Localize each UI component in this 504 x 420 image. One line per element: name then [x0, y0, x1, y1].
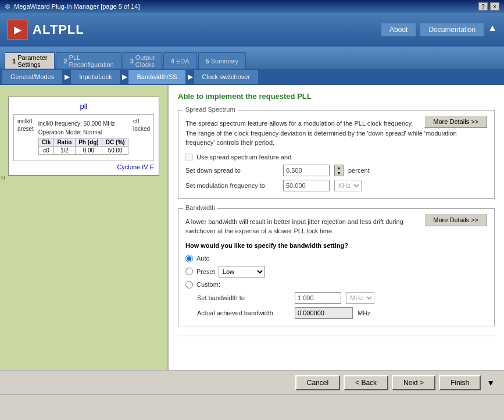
right-panel: Able to implement the requested PLL Spre…: [169, 85, 504, 370]
spread-spectrum-section: Spread Spectrum More Details >> The spre…: [178, 110, 495, 199]
radio-custom[interactable]: [185, 281, 193, 289]
radio-preset-row: Preset Low Medium High: [185, 266, 487, 277]
scale-marks: H: [0, 172, 10, 219]
radio-auto[interactable]: [185, 255, 193, 262]
mod-freq-row: Set modulation frequency to KHz: [185, 180, 487, 191]
spin-up-icon[interactable]: ▲: [335, 165, 343, 170]
tab-output-clocks[interactable]: 3OutputClocks: [123, 52, 162, 69]
bandwidth-unit-select[interactable]: MHz: [346, 292, 374, 304]
pll-right-ports: c0 locked: [133, 118, 150, 132]
next-button[interactable]: Next >: [392, 375, 435, 390]
tab-eda[interactable]: 4EDA: [163, 52, 197, 69]
breadcrumb-general/modes[interactable]: General/Modes: [2, 70, 62, 84]
spread-spectrum-checkbox-label: Use spread spectrum feature and: [196, 154, 291, 161]
left-panel: pll inclk0 areset inclk0 frequency: 50.0…: [0, 85, 169, 370]
about-button[interactable]: About: [381, 23, 416, 37]
inclk0-label: inclk0: [17, 118, 34, 124]
pll-table: Clk Ratio Ph (dg) DC (%) c0 1/2 0.00 50.…: [38, 138, 128, 155]
radio-auto-label: Auto: [196, 255, 210, 262]
breadcrumb-arrow: ▶: [188, 73, 193, 81]
down-spread-spinner[interactable]: ▲ ▼: [334, 165, 344, 176]
down-spread-label: Set down spread to: [185, 167, 278, 174]
help-button[interactable]: ?: [478, 2, 488, 10]
c0-label: c0: [133, 118, 150, 124]
close-button[interactable]: ×: [490, 2, 499, 10]
locked-label: locked: [133, 126, 150, 132]
breadcrumb-clock-switchover[interactable]: Clock switchover: [194, 70, 259, 84]
preset-select[interactable]: Low Medium High: [219, 266, 265, 277]
actual-bandwidth-row: Actual achieved bandwidth MHz: [197, 307, 487, 319]
mod-freq-unit-select[interactable]: KHz: [334, 180, 362, 191]
cell-ph: 0.00: [75, 147, 102, 155]
radio-preset[interactable]: [185, 268, 193, 275]
radio-auto-row: Auto: [185, 255, 487, 262]
tab-pll-reconfiguration[interactable]: 2PLLReconfiguration: [56, 52, 121, 69]
pll-op-mode: Operation Mode: Normal: [38, 129, 128, 136]
back-button[interactable]: < Back: [344, 375, 388, 390]
header-buttons: About Documentation ▲: [381, 23, 497, 37]
status-text: Able to implement the requested PLL: [178, 92, 495, 101]
main-content: pll inclk0 areset inclk0 frequency: 50.0…: [0, 85, 504, 370]
pll-inner: inclk0 areset inclk0 frequency: 50.000 M…: [13, 114, 154, 161]
status-bar: [0, 394, 504, 406]
down-spread-unit: percent: [348, 167, 370, 174]
spread-spectrum-checkbox[interactable]: [185, 154, 193, 161]
breadcrumb-arrow: ▶: [122, 73, 127, 81]
bandwidth-section: Bandwidth More Details >> A lower bandwi…: [178, 208, 495, 326]
scroll-right-icon[interactable]: ▼: [487, 378, 495, 387]
set-bandwidth-row: Set bandwidth to MHz: [197, 292, 487, 304]
radio-preset-label: Preset: [196, 268, 215, 275]
title-bar: ⚙ MegaWizard Plug-In Manager [page 5 of …: [0, 0, 504, 13]
scroll-up-icon[interactable]: ▲: [488, 23, 497, 37]
spread-spectrum-checkbox-row: Use spread spectrum feature and: [185, 154, 487, 161]
breadcrumb-bandwidth/ss[interactable]: Bandwidth/SS: [128, 70, 185, 84]
mod-freq-input[interactable]: [283, 180, 330, 191]
actual-bandwidth-label: Actual achieved bandwidth: [197, 309, 290, 316]
tabs-bar: 1ParameterSettings2PLLReconfiguration3Ou…: [0, 47, 504, 69]
header: ▶ ALTPLL About Documentation ▲: [0, 13, 504, 47]
tab-parameter-settings[interactable]: 1ParameterSettings: [5, 52, 55, 69]
col-ratio: Ratio: [54, 138, 75, 147]
pll-title: pll: [13, 102, 154, 111]
documentation-button[interactable]: Documentation: [420, 23, 484, 37]
cell-dc: 50.00: [102, 147, 128, 155]
logo-text: ALTPLL: [33, 22, 84, 37]
divider: [178, 336, 495, 336]
tab-summary[interactable]: 5Summary: [198, 52, 246, 69]
pll-ports: inclk0 areset inclk0 frequency: 50.000 M…: [17, 118, 150, 157]
bandwidth-specify-label: How would you like to specify the bandwi…: [185, 242, 487, 249]
cell-ratio: 1/2: [54, 147, 75, 155]
cancel-button[interactable]: Cancel: [295, 375, 340, 390]
pll-freq-info: inclk0 frequency: 50.000 MHz: [38, 120, 128, 127]
actual-bandwidth-input: [295, 307, 353, 319]
actual-bandwidth-unit: MHz: [358, 309, 371, 316]
radio-custom-row: Custom:: [185, 281, 487, 289]
col-ph: Ph (dg): [75, 138, 102, 147]
cell-clk: c0: [38, 147, 53, 155]
spin-down-icon[interactable]: ▼: [335, 170, 343, 176]
mod-freq-label: Set modulation frequency to: [185, 182, 278, 189]
pll-diagram: pll inclk0 areset inclk0 frequency: 50.0…: [8, 97, 159, 176]
set-bandwidth-label: Set bandwidth to: [197, 294, 290, 301]
radio-group: Auto Preset Low Medium High Custom:: [185, 255, 487, 289]
set-bandwidth-input[interactable]: [295, 292, 341, 304]
logo-area: ▶ ALTPLL: [7, 19, 84, 40]
radio-custom-label: Custom:: [196, 281, 220, 288]
breadcrumb-inputs/lock[interactable]: Inputs/Lock: [71, 70, 120, 84]
footer: Cancel < Back Next > Finish ▼: [0, 370, 504, 394]
finish-button[interactable]: Finish: [439, 375, 481, 390]
bandwidth-more-details-button[interactable]: More Details >>: [424, 213, 487, 226]
spread-spectrum-more-details-button[interactable]: More Details >>: [424, 115, 487, 128]
spread-spectrum-title: Spread Spectrum: [183, 106, 238, 113]
cyclone-label: Cyclone IV E: [13, 163, 154, 170]
app-icon: ⚙: [5, 3, 10, 10]
col-clk: Clk: [38, 138, 53, 147]
breadcrumb-bar: General/Modes▶Inputs/Lock▶Bandwidth/SS▶C…: [0, 69, 504, 85]
pll-left-ports: inclk0 areset: [17, 118, 34, 132]
bandwidth-title: Bandwidth: [183, 204, 217, 211]
down-spread-input[interactable]: [283, 165, 330, 176]
logo-icon: ▶: [7, 19, 28, 40]
pll-center: inclk0 frequency: 50.000 MHz Operation M…: [34, 118, 133, 157]
areset-label: areset: [17, 126, 34, 132]
breadcrumb-arrow: ▶: [65, 73, 70, 81]
